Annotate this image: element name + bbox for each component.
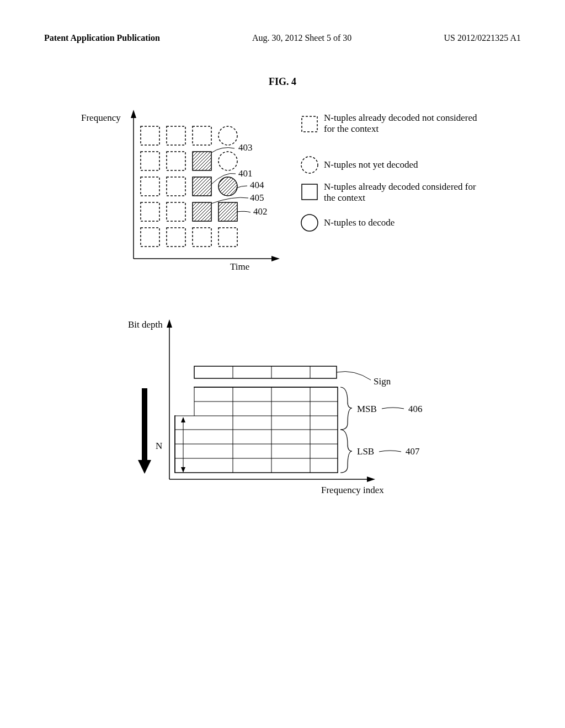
svg-marker-54 — [181, 467, 185, 473]
legend-decoded-not-context: N-tuples already decoded not considered … — [324, 113, 489, 135]
header-right: US 2012/0221325 A1 — [444, 33, 521, 43]
svg-marker-31 — [367, 477, 375, 482]
svg-rect-4 — [141, 126, 159, 145]
figure-title: FIG. 4 — [44, 76, 521, 88]
top-chart: Frequency Time — [73, 104, 492, 281]
svg-rect-17 — [167, 202, 185, 221]
bottom-chart: Bit depth Frequency index — [73, 314, 492, 501]
header-mid: Aug. 30, 2012 Sheet 5 of 30 — [252, 33, 351, 43]
svg-rect-9 — [167, 152, 185, 170]
svg-rect-6 — [193, 126, 211, 145]
y-axis-label: Frequency — [81, 113, 121, 123]
svg-marker-30 — [167, 319, 172, 328]
sign-label: Sign — [374, 376, 391, 387]
svg-marker-51 — [138, 460, 151, 474]
ref-404: 404 — [250, 180, 264, 190]
y-axis-label-bottom: Bit depth — [128, 319, 163, 330]
legend-not-yet-decoded: N-tuples not yet decoded — [324, 159, 489, 170]
svg-marker-3 — [271, 256, 280, 261]
svg-rect-5 — [167, 126, 185, 145]
ref-402: 402 — [253, 206, 268, 217]
svg-rect-8 — [141, 152, 159, 170]
header-left: Patent Application Publication — [44, 33, 160, 43]
svg-rect-19 — [218, 202, 237, 221]
ref-405: 405 — [250, 192, 264, 203]
svg-marker-53 — [181, 417, 185, 422]
x-axis-label: Time — [230, 261, 249, 272]
svg-rect-50 — [142, 388, 147, 460]
svg-rect-16 — [141, 202, 159, 221]
svg-rect-21 — [167, 228, 185, 247]
page-header: Patent Application Publication Aug. 30, … — [44, 33, 521, 43]
svg-rect-10 — [193, 152, 211, 170]
svg-point-25 — [301, 157, 318, 173]
svg-rect-32 — [194, 366, 337, 378]
ref-407: 407 — [406, 446, 420, 457]
ref-401: 401 — [238, 168, 253, 179]
legend-decoded-context: N-tuples already decoded considered for … — [324, 181, 489, 204]
svg-rect-22 — [193, 228, 211, 247]
svg-rect-18 — [193, 202, 211, 221]
svg-rect-14 — [193, 177, 211, 196]
svg-point-7 — [218, 126, 237, 145]
svg-rect-37 — [174, 387, 194, 415]
svg-rect-24 — [302, 116, 317, 132]
svg-point-27 — [301, 215, 318, 231]
svg-point-15 — [218, 177, 237, 196]
svg-marker-2 — [131, 110, 136, 118]
lsb-label: LSB — [357, 446, 374, 457]
msb-label: MSB — [357, 404, 377, 414]
svg-rect-20 — [141, 228, 159, 247]
svg-rect-26 — [302, 184, 317, 200]
svg-rect-12 — [141, 177, 159, 196]
x-axis-label-bottom: Frequency index — [321, 485, 384, 495]
svg-rect-23 — [218, 228, 237, 247]
n-label: N — [156, 441, 162, 451]
svg-rect-13 — [167, 177, 185, 196]
ref-406: 406 — [408, 404, 423, 414]
ref-403: 403 — [238, 142, 253, 153]
legend-to-decode: N-tuples to decode — [324, 217, 489, 228]
svg-point-11 — [218, 152, 237, 170]
